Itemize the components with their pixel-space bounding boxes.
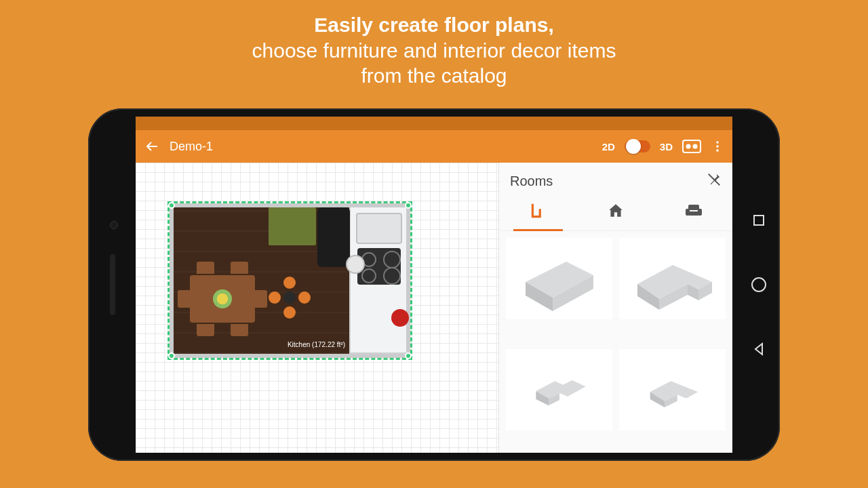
back-button[interactable] bbox=[144, 138, 160, 155]
svg-point-3 bbox=[716, 141, 719, 144]
overflow-menu-icon[interactable] bbox=[711, 140, 724, 153]
round-stool[interactable] bbox=[346, 255, 365, 274]
stool[interactable] bbox=[269, 291, 281, 304]
dining-chair[interactable] bbox=[255, 290, 267, 308]
home-icon bbox=[607, 202, 625, 222]
headline-bold: Easily create floor plans, bbox=[0, 12, 868, 38]
svg-point-5 bbox=[716, 149, 719, 152]
room-shapes-grid bbox=[499, 231, 732, 453]
app-bar: Demo-1 2D 3D bbox=[136, 130, 732, 163]
view-toggle[interactable] bbox=[625, 140, 650, 152]
dining-chair[interactable] bbox=[197, 324, 214, 336]
room-kitchen[interactable]: Kitchen (172.22 ft²) bbox=[170, 203, 410, 358]
device-speaker bbox=[110, 254, 115, 315]
label-2d: 2D bbox=[602, 141, 615, 152]
dining-chair[interactable] bbox=[178, 290, 190, 308]
dining-table[interactable] bbox=[190, 275, 255, 323]
fridge[interactable] bbox=[269, 207, 316, 245]
stool[interactable] bbox=[298, 291, 311, 304]
nav-recent-icon[interactable] bbox=[751, 212, 767, 228]
catalog-tabs bbox=[499, 195, 732, 231]
headline-line2: choose furniture and interior decor item… bbox=[0, 38, 868, 64]
vr-cardboard-icon[interactable] bbox=[682, 140, 701, 153]
nav-home-icon[interactable] bbox=[750, 276, 768, 293]
dining-chair[interactable] bbox=[197, 262, 214, 274]
app-screen: Demo-1 2D 3D bbox=[136, 117, 732, 453]
furniture-icon bbox=[684, 203, 703, 221]
sofa[interactable] bbox=[317, 207, 350, 267]
dining-chair[interactable] bbox=[231, 262, 248, 274]
panel-title: Rooms bbox=[510, 174, 700, 189]
room-shape-l1[interactable] bbox=[619, 238, 726, 319]
svg-rect-25 bbox=[754, 216, 764, 225]
stool[interactable] bbox=[283, 306, 296, 319]
headline-line3: from the catalog bbox=[0, 63, 868, 89]
resize-handle-tl[interactable] bbox=[168, 202, 175, 209]
android-navbar bbox=[750, 212, 768, 357]
svg-point-4 bbox=[716, 145, 719, 148]
svg-point-1 bbox=[686, 144, 691, 149]
room-label: Kitchen (172.22 ft²) bbox=[288, 341, 345, 348]
svg-point-2 bbox=[693, 144, 698, 149]
nav-back-icon[interactable] bbox=[751, 341, 767, 357]
svg-rect-7 bbox=[688, 205, 699, 210]
catalog-panel: Rooms bbox=[498, 163, 732, 453]
status-bar bbox=[136, 117, 732, 130]
resize-handle-bl[interactable] bbox=[168, 352, 175, 359]
project-title: Demo-1 bbox=[170, 140, 593, 154]
label-3d: 3D bbox=[660, 141, 673, 152]
sink[interactable] bbox=[356, 213, 402, 244]
unpin-icon[interactable] bbox=[707, 172, 722, 190]
dining-chair[interactable] bbox=[231, 324, 248, 336]
stool[interactable] bbox=[283, 277, 296, 289]
rooms-icon bbox=[529, 202, 547, 222]
device-camera bbox=[110, 221, 118, 229]
kitchen-counter[interactable] bbox=[349, 207, 406, 354]
floorplan-canvas[interactable]: Kitchen (172.22 ft²) bbox=[136, 163, 498, 453]
marketing-headline: Easily create floor plans, choose furnit… bbox=[0, 0, 868, 89]
plate bbox=[213, 289, 232, 308]
tab-home[interactable] bbox=[577, 195, 655, 230]
room-shape-l2[interactable] bbox=[506, 349, 612, 430]
room-shape-rect[interactable] bbox=[506, 238, 612, 319]
tab-furniture[interactable] bbox=[654, 195, 732, 230]
device-frame: Demo-1 2D 3D bbox=[88, 108, 780, 461]
room-shape-t[interactable] bbox=[619, 349, 726, 430]
svg-rect-10 bbox=[689, 211, 698, 216]
svg-point-26 bbox=[752, 278, 766, 291]
tab-rooms[interactable] bbox=[499, 195, 577, 230]
coffee-table[interactable] bbox=[283, 291, 296, 304]
red-pouf[interactable] bbox=[391, 309, 409, 327]
panel-header: Rooms bbox=[499, 163, 732, 195]
content-area: Kitchen (172.22 ft²) Rooms bbox=[136, 163, 732, 453]
